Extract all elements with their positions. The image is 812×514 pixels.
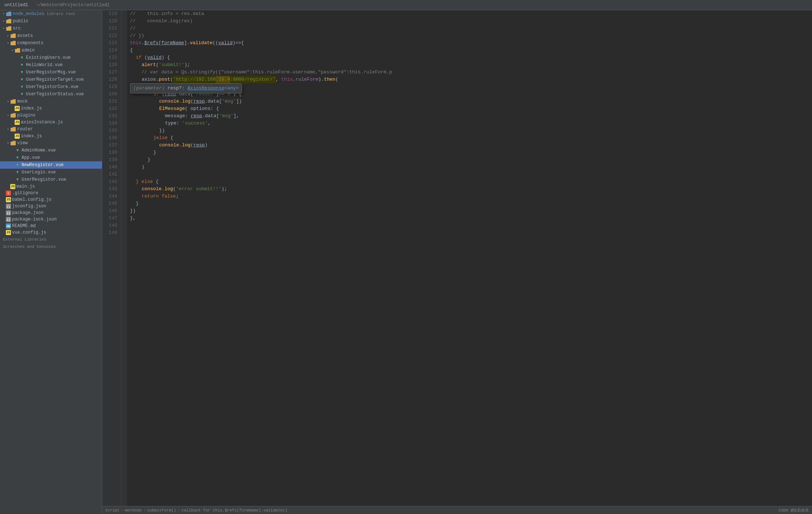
scratches-and-consoles[interactable]: Scratches and Consoles	[0, 243, 102, 250]
sidebar-item-UserResgistor.vue[interactable]: UserResgistor.vue	[0, 176, 102, 183]
sidebar-item-NewResgistor.vue[interactable]: NewResgistor.vue	[0, 161, 102, 169]
sidebar-item-label: node_modules	[13, 11, 44, 16]
code-line: if (valid) {	[130, 54, 812, 61]
sidebar-item-src[interactable]: src	[0, 25, 102, 32]
sidebar-item-view[interactable]: view	[0, 139, 102, 147]
breadcrumb-item[interactable]: submitForm()	[147, 508, 176, 513]
js-icon: JS	[6, 230, 11, 235]
arrow-icon	[10, 48, 15, 53]
sidebar-item-babel.config.js[interactable]: JSbabel.config.js	[0, 196, 102, 203]
sidebar-item-label: router	[17, 127, 33, 132]
sidebar-item-UserLogin.vue[interactable]: UserLogin.vue	[0, 169, 102, 176]
line-number: 132	[102, 105, 121, 112]
sidebar-item-label: UserLogin.vue	[22, 170, 56, 175]
code-line: })	[130, 127, 812, 134]
gutter-mark	[121, 10, 127, 18]
sidebar-item-router[interactable]: router	[0, 126, 102, 133]
folder-icon	[10, 112, 16, 118]
line-number: 123	[102, 39, 121, 47]
sidebar-item-jsconfig.json[interactable]: {}jsconfig.json	[0, 203, 102, 210]
sidebar-item-plugins[interactable]: plugins	[0, 112, 102, 119]
gutter-mark	[121, 47, 127, 54]
gutter-mark	[121, 164, 127, 171]
sidebar-item-label: package.json	[12, 210, 43, 215]
code-line: }else {	[130, 134, 812, 142]
sidebar-item-UserRegistorTarget.vue[interactable]: UserRegistorTarget.vue	[0, 76, 102, 83]
sidebar-item-UserTegistorCore.vue[interactable]: UserTegistorCore.vue	[0, 83, 102, 91]
code-line: //	[130, 25, 812, 32]
line-number: 141	[102, 171, 121, 178]
gutter-mark	[121, 200, 127, 207]
line-number: 125	[102, 54, 121, 61]
sidebar-item-UserTegistorStatus.vue[interactable]: UserTegistorStatus.vue	[0, 91, 102, 98]
breadcrumb-item[interactable]: methods	[125, 508, 142, 513]
gutter-mark	[121, 149, 127, 156]
sidebar-item-public[interactable]: public	[0, 18, 102, 25]
title-bar-text: untitled1 ~/WebstormProjects/untitled1	[4, 3, 110, 8]
sidebar-item-App.vue[interactable]: App.vue	[0, 154, 102, 161]
arrow-icon	[6, 41, 10, 45]
line-number: 140	[102, 164, 121, 171]
gutter-mark	[121, 142, 127, 149]
gutter-mark	[121, 25, 127, 32]
status-breadcrumb: script › methods › submitForm() › callba…	[105, 508, 287, 513]
sidebar-item-label: jsconfig.json	[12, 204, 46, 209]
sidebar-item-UserRegistorMsg.vue[interactable]: UserRegistorMsg.vue	[0, 69, 102, 76]
code-line	[130, 222, 812, 229]
sidebar-item-README.md[interactable]: MDREADME.md	[0, 223, 102, 229]
folder-icon	[10, 126, 16, 132]
sidebar-item-package.json[interactable]: {}package.json	[0, 210, 102, 216]
external-libraries[interactable]: External Libraries	[0, 236, 102, 243]
vue-icon	[15, 169, 20, 175]
vue-icon	[15, 155, 20, 161]
sidebar-item-index.js-router[interactable]: JSindex.js	[0, 133, 102, 139]
sidebar-item-label: NewResgistor.vue	[22, 162, 64, 168]
sidebar-item-admin[interactable]: admin	[0, 47, 102, 54]
sidebar-item-label: components	[17, 41, 43, 46]
sidebar-item-vue.config.js[interactable]: JSvue.config.js	[0, 229, 102, 236]
sidebar-item-.gitignore[interactable]: G.gitignore	[0, 190, 102, 196]
gutter-mark	[121, 134, 127, 142]
line-number: 130	[102, 91, 121, 98]
line-number: 137	[102, 142, 121, 149]
line-number: 128	[102, 76, 121, 83]
line-number: 149	[102, 229, 121, 237]
code-container[interactable]: 1191201211221231241251261271281291301311…	[102, 10, 812, 506]
line-number: 134	[102, 120, 121, 127]
sidebar-item-index.js-mock[interactable]: JSindex.js	[0, 105, 102, 112]
line-number: 133	[102, 112, 121, 120]
folder-icon	[10, 140, 16, 146]
sidebar-item-ExistingUsers.vue[interactable]: ExistingUsers.vue	[0, 54, 102, 61]
sidebar-item-AdminHome.vue[interactable]: AdminHome.vue	[0, 147, 102, 154]
tooltip-popup: (parameter) resp?: AxiosResponse<any>	[130, 83, 242, 93]
sidebar-item-node_modules[interactable]: node_moduleslibrary root	[0, 10, 102, 18]
gutter-mark	[121, 76, 127, 83]
gutter-mark	[121, 127, 127, 134]
sidebar-item-main.js[interactable]: JSmain.js	[0, 183, 102, 190]
gutter-mark	[121, 39, 127, 47]
breadcrumb-separator: ›	[177, 508, 180, 513]
sidebar-item-label: index.js	[21, 106, 42, 111]
code-line: type: 'success',	[130, 120, 812, 127]
sidebar-item-axiosInstance.js[interactable]: JSaxiosInstance.js	[0, 119, 102, 126]
breadcrumb-item[interactable]: callback for this.$refs[formName].valida…	[181, 508, 287, 513]
sidebar-item-package-lock.json[interactable]: {}package-lock.json	[0, 216, 102, 223]
line-number: 138	[102, 149, 121, 156]
sidebar-item-label: AdminHome.vue	[22, 148, 56, 153]
editor-area: 1191201211221231241251261271281291301311…	[102, 10, 812, 514]
project-name: untitled1	[4, 3, 28, 8]
sidebar-item-mock[interactable]: mock	[0, 98, 102, 105]
sidebar-item-label: HelloWorld.vue	[26, 62, 63, 68]
breadcrumb-item[interactable]: script	[105, 508, 120, 513]
line-number: 124	[102, 47, 121, 54]
sidebar-item-label: .gitignore	[12, 191, 38, 196]
main-layout: node_moduleslibrary rootpublicsrcassetsc…	[0, 10, 812, 514]
js-icon: JS	[10, 184, 15, 189]
line-number: 148	[102, 222, 121, 229]
sidebar-item-components[interactable]: components	[0, 39, 102, 47]
line-number: 119	[102, 10, 121, 18]
sidebar-item-label: main.js	[16, 184, 35, 189]
line-number: 146	[102, 207, 121, 215]
sidebar-item-HelloWorld.vue[interactable]: HelloWorld.vue	[0, 61, 102, 69]
sidebar-item-assets[interactable]: assets	[0, 32, 102, 39]
